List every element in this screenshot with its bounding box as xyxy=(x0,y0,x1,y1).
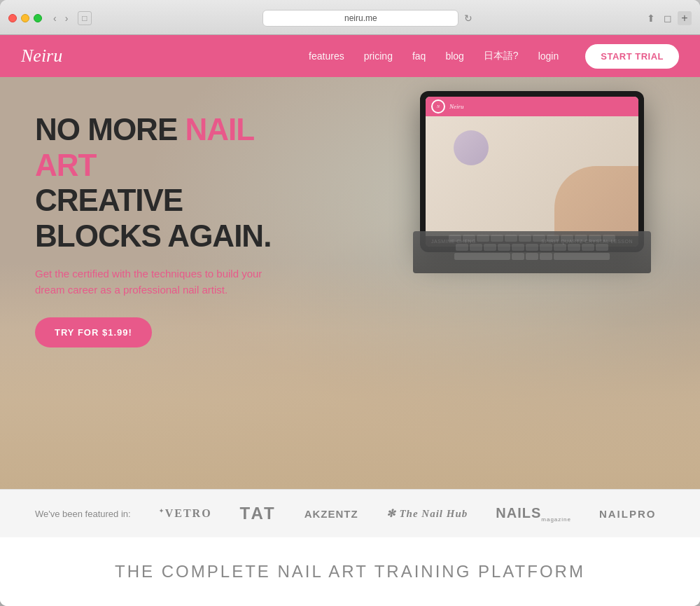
hero-subtext: Get the certified with the techniques to… xyxy=(35,266,287,298)
nav-links: features pricing faq blog 日本語? login STA… xyxy=(309,44,679,69)
new-tab-button[interactable]: + xyxy=(678,11,692,25)
logo-tat: TAT xyxy=(240,504,276,523)
tablet-logo-bar: N Neiru xyxy=(426,97,638,116)
tablet-main-area xyxy=(426,116,638,236)
forward-button[interactable]: › xyxy=(62,11,71,25)
address-bar-container: neiru.me ↻ xyxy=(97,10,638,27)
address-bar[interactable]: neiru.me xyxy=(262,10,458,27)
traffic-lights xyxy=(8,14,42,22)
browser-actions: ⬆ ◻ + xyxy=(644,11,692,25)
site-logo[interactable]: Neiru xyxy=(21,46,309,67)
nav-japanese[interactable]: 日本語? xyxy=(484,50,519,62)
heading-line2: CREATIVE BLOCKS AGAIN. xyxy=(35,183,315,254)
tablet-frame: N Neiru JASMINE CHENG SPIRIT QUARTZ CRYS… xyxy=(420,91,644,252)
minimize-button[interactable] xyxy=(21,14,29,22)
share-button[interactable]: ⬆ xyxy=(644,11,658,25)
tablet-logo-circle: N xyxy=(431,99,445,113)
maximize-button[interactable] xyxy=(34,14,42,22)
nav-login[interactable]: login xyxy=(538,50,559,62)
window-view-button[interactable]: □ xyxy=(78,11,91,25)
tablet-mockup: N Neiru JASMINE CHENG SPIRIT QUARTZ CRYS… xyxy=(420,91,644,252)
tablet-screen: N Neiru JASMINE CHENG SPIRIT QUARTZ CRYS… xyxy=(426,97,638,247)
tablet-nail-image xyxy=(454,130,489,165)
logo-nailhub: ✻ The Nail Hub xyxy=(386,507,468,520)
nav-pricing[interactable]: pricing xyxy=(364,50,393,62)
try-button[interactable]: TRY FOR $1.99! xyxy=(35,317,152,347)
heading-line1-black: NO MORE xyxy=(35,112,185,146)
close-button[interactable] xyxy=(8,14,17,22)
browser-chrome: ‹ › □ neiru.me ↻ ⬆ ◻ + xyxy=(0,0,700,35)
logo-nails: NAILSmagazine xyxy=(496,505,571,523)
logo-akzentz: AKZENTZ xyxy=(304,508,358,520)
hero-heading: NO MORE NAIL ART CREATIVE BLOCKS AGAIN. xyxy=(35,112,315,254)
refresh-button[interactable]: ↻ xyxy=(464,13,472,24)
site-navigation: Neiru features pricing faq blog 日本語? log… xyxy=(0,35,700,77)
bottom-section: THE COMPLETE NAiL ART TRAINING PLATFORM xyxy=(0,537,700,606)
platform-heading: THE COMPLETE NAiL ART TRAINING PLATFORM xyxy=(35,562,665,581)
tablet-hand-simulation xyxy=(554,166,638,236)
hero-section: NO MORE NAIL ART CREATIVE BLOCKS AGAIN. … xyxy=(0,77,700,489)
start-trial-button[interactable]: START TRIAL xyxy=(585,44,679,69)
browser-nav-buttons: ‹ › xyxy=(50,11,71,25)
tablet-keyboard xyxy=(413,231,651,273)
logo-vetro: ✦VETRO xyxy=(159,507,212,520)
nav-features[interactable]: features xyxy=(309,50,344,62)
featured-section: We've been featured in: ✦VETRO TAT AKZEN… xyxy=(0,489,700,537)
featured-label: We've been featured in: xyxy=(35,509,131,519)
hero-content: NO MORE NAIL ART CREATIVE BLOCKS AGAIN. … xyxy=(0,77,350,376)
tablet-logo-text: Neiru xyxy=(449,103,464,110)
back-button[interactable]: ‹ xyxy=(50,11,59,25)
bookmark-button[interactable]: ◻ xyxy=(661,11,675,25)
logo-nailpro: NAILPRO xyxy=(599,508,657,520)
nav-faq[interactable]: faq xyxy=(412,50,426,62)
nav-blog[interactable]: blog xyxy=(445,50,463,62)
site-url: neiru.me xyxy=(344,13,377,23)
browser-window: ‹ › □ neiru.me ↻ ⬆ ◻ + Neiru features pr… xyxy=(0,0,700,606)
logos-container: ✦VETRO TAT AKZENTZ ✻ The Nail Hub NAILSm… xyxy=(159,504,665,523)
website-content: Neiru features pricing faq blog 日本語? log… xyxy=(0,35,700,606)
